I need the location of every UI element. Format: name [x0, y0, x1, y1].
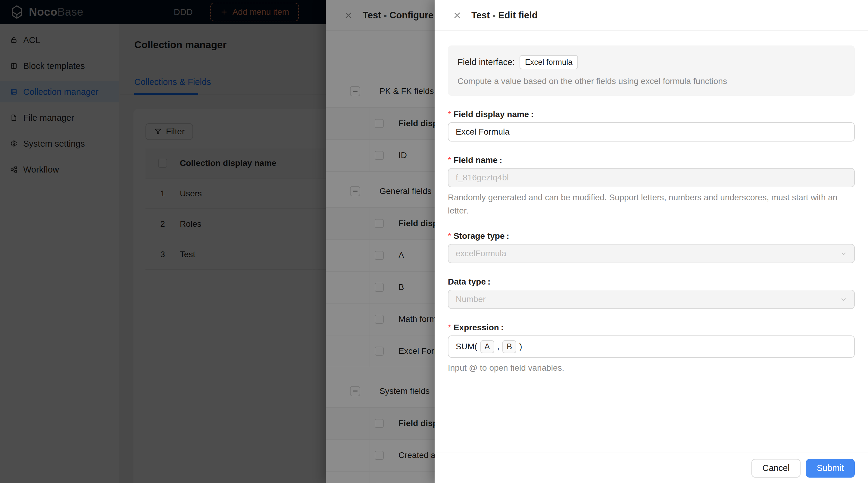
form-item-field-name: *Field name:f_816geztq4blRandomly genera… — [448, 155, 855, 217]
drawer2-footer: Cancel Submit — [435, 453, 868, 483]
field-interface-label: Field interface: — [458, 57, 515, 67]
expression-text: SUM( — [456, 342, 477, 351]
chevron-down-icon — [840, 250, 847, 257]
label-colon: : — [488, 277, 490, 287]
label-colon: : — [506, 231, 509, 241]
field-label-row: *Field name: — [448, 155, 855, 165]
storage-type-select: excelFormula — [448, 244, 855, 263]
field-label-row: Data type: — [448, 277, 855, 287]
form-item-field-display-name: *Field display name:Excel Formula — [448, 109, 855, 141]
expression-variable-tag[interactable]: B — [502, 340, 516, 353]
form-item-data-type: Data type:Number — [448, 277, 855, 309]
drawer2-title: Test - Edit field — [471, 10, 537, 21]
field-interface-tag: Excel formula — [520, 55, 578, 69]
storage-type-label: Storage type — [454, 231, 505, 241]
field-interface-description: Compute a value based on the other field… — [458, 76, 845, 86]
expression-text: ) — [519, 342, 522, 351]
form-items: *Field display name:Excel Formula*Field … — [448, 109, 855, 375]
cancel-button[interactable]: Cancel — [751, 459, 800, 478]
field-interface-box: Field interface: Excel formula Compute a… — [448, 45, 855, 96]
form-item-expression: *Expression:SUM(A,B)Input @ to open fiel… — [448, 323, 855, 375]
edit-field-form: Field interface: Excel formula Compute a… — [435, 31, 868, 453]
edit-field-drawer: Test - Edit field Field interface: Excel… — [435, 0, 868, 483]
app-screen: NocoBase DDD Add menu item ACLBlock temp… — [0, 0, 868, 483]
submit-button[interactable]: Submit — [806, 459, 855, 478]
required-asterisk: * — [448, 323, 451, 332]
storage-type-value: excelFormula — [456, 249, 506, 258]
field-display-name-label: Field display name — [454, 109, 529, 119]
data-type-value: Number — [456, 294, 486, 304]
label-colon: : — [501, 323, 503, 332]
field-name-help-text: Randomly generated and can be modified. … — [448, 191, 852, 217]
field-label-row: *Expression: — [448, 323, 855, 332]
field-label-row: *Field display name: — [448, 109, 855, 119]
required-asterisk: * — [448, 231, 451, 241]
expression-variable-tag[interactable]: A — [480, 340, 494, 353]
drawer2-header: Test - Edit field — [435, 0, 868, 31]
field-name-label: Field name — [454, 155, 498, 165]
label-colon: : — [531, 109, 533, 119]
label-colon: : — [499, 155, 502, 165]
form-item-storage-type: *Storage type:excelFormula — [448, 231, 855, 263]
field-display-name-input[interactable]: Excel Formula — [448, 122, 855, 141]
expression-text: , — [497, 342, 500, 351]
data-type-label: Data type — [448, 277, 486, 287]
required-asterisk: * — [448, 109, 451, 119]
field-label-row: *Storage type: — [448, 231, 855, 241]
close-icon[interactable] — [452, 10, 462, 21]
chevron-down-icon — [840, 295, 847, 303]
expression-help-text: Input @ to open field variables. — [448, 361, 852, 375]
expression-input[interactable]: SUM(A,B) — [448, 335, 855, 358]
expression-label: Expression — [454, 323, 499, 332]
field-name-input: f_816geztq4bl — [448, 168, 855, 187]
data-type-select: Number — [448, 290, 855, 309]
required-asterisk: * — [448, 155, 451, 165]
